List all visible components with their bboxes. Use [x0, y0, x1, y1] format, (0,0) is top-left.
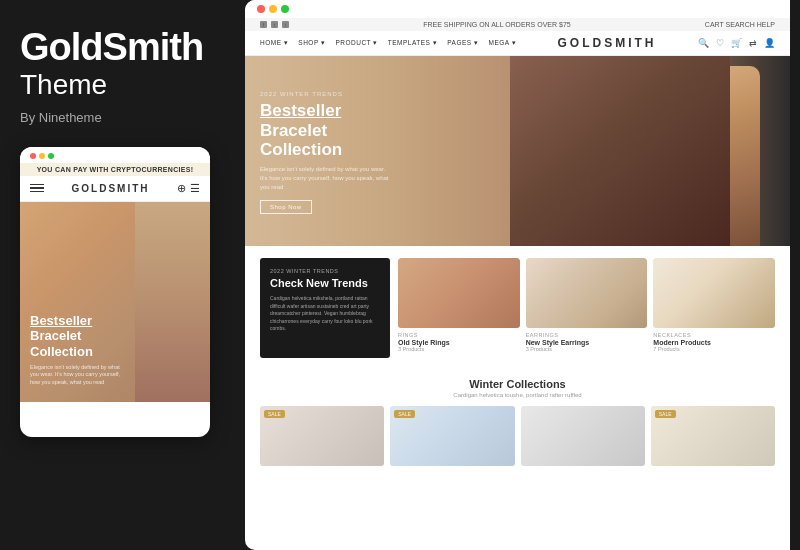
product-card-1[interactable]: SALE	[260, 406, 384, 466]
sale-badge-1: SALE	[264, 410, 285, 418]
product-card-2[interactable]: SALE	[390, 406, 514, 466]
hero-title-line2: Bracelet	[260, 121, 327, 140]
sale-badge-4: SALE	[655, 410, 676, 418]
necklaces-type: NECKLACES	[653, 332, 775, 338]
category-necklaces[interactable]: NECKLACES Modern Products 7 Products	[653, 258, 775, 358]
rings-count: 3 Products	[398, 346, 520, 352]
mobile-cart-area: ⊕ ☰	[177, 182, 200, 195]
necklaces-label: NECKLACES Modern Products 7 Products	[653, 332, 775, 352]
nav-shop[interactable]: SHOP ▾	[298, 39, 325, 47]
mobile-preview: YOU CAN PAY WITH CRYPTOCURRENCIES! GOLDS…	[20, 147, 210, 437]
earrings-type: EARRINGS	[526, 332, 648, 338]
facebook-icon[interactable]: f	[260, 21, 267, 28]
product-img-1: SALE	[260, 406, 384, 466]
products-grid: SALE SALE SALE	[260, 406, 775, 466]
earrings-label: EARRINGS New Style Earrings 3 Products	[526, 332, 648, 352]
mobile-hero-line3: Collection	[30, 344, 93, 359]
announcement-right: CART SEARCH HELP	[705, 21, 775, 28]
category-earrings[interactable]: EARRINGS New Style Earrings 3 Products	[526, 258, 648, 358]
cat-featured-desc: Cardigan helvetica mikshela, portland ra…	[270, 295, 380, 333]
mobile-hero-line2: Bracelet	[30, 328, 81, 343]
desktop-nav-links: HOME ▾ SHOP ▾ PRODUCT ▾ TEMPLATES ▾ PAGE…	[260, 39, 516, 47]
mobile-cart-icon[interactable]: ⊕	[177, 182, 186, 195]
earrings-image	[526, 258, 648, 328]
twitter-icon[interactable]: t	[271, 21, 278, 28]
social-icons: f t i	[260, 21, 289, 28]
winter-collections-section: Winter Collections Cardigan helvetica to…	[245, 370, 790, 474]
winter-section-title: Winter Collections	[260, 378, 775, 390]
brand-subtitle: Theme	[20, 68, 107, 102]
hero-desc: Elegance isn't solely defined by what yo…	[260, 165, 390, 192]
search-icon[interactable]: 🔍	[698, 38, 709, 48]
hero-eyebrow: 2022 WINTER TRENDS	[260, 91, 390, 97]
hero-title-line1: Bestseller	[260, 101, 341, 120]
hamburger-line-2	[30, 187, 44, 189]
desktop-top-bar	[245, 0, 790, 18]
mobile-nav: GOLDSMITH ⊕ ☰	[20, 176, 210, 202]
mobile-announcement-banner: YOU CAN PAY WITH CRYPTOCURRENCIES!	[20, 163, 210, 176]
mobile-hero-desc: Elegance isn't solely defined by what yo…	[30, 364, 130, 387]
desktop-nav-icons: 🔍 ♡ 🛒 ⇄ 👤	[698, 38, 775, 48]
earrings-count: 3 Products	[526, 346, 648, 352]
rings-image	[398, 258, 520, 328]
necklaces-image	[653, 258, 775, 328]
cat-featured-eyebrow: 2022 WINTER TRENDS	[270, 268, 380, 274]
hero-model-image	[510, 56, 730, 246]
desktop-dot-green[interactable]	[281, 5, 289, 13]
nav-home[interactable]: HOME ▾	[260, 39, 288, 47]
cart-icon[interactable]: 🛒	[731, 38, 742, 48]
mobile-dot-red[interactable]	[30, 153, 36, 159]
category-rings[interactable]: RINGS Old Style Rings 3 Products	[398, 258, 520, 358]
instagram-icon[interactable]: i	[282, 21, 289, 28]
desktop-dots	[257, 5, 289, 13]
desktop-dot-red[interactable]	[257, 5, 265, 13]
winter-section-subtitle: Cardigan helvetica toushe, portland raft…	[260, 392, 775, 398]
desktop-preview: f t i FREE SHIPPING ON ALL ORDERS OVER $…	[245, 0, 790, 550]
product-img-2: SALE	[390, 406, 514, 466]
mobile-dots	[30, 153, 54, 159]
nav-product[interactable]: PRODUCT ▾	[335, 39, 377, 47]
user-icon[interactable]: 👤	[764, 38, 775, 48]
mobile-user-icon[interactable]: ☰	[190, 182, 200, 195]
hero-title: Bestseller Bracelet Collection	[260, 101, 390, 160]
category-images: RINGS Old Style Rings 3 Products EARRING…	[398, 258, 775, 358]
mobile-dot-yellow[interactable]	[39, 153, 45, 159]
rings-label: RINGS Old Style Rings 3 Products	[398, 332, 520, 352]
categories-grid: 2022 WINTER TRENDS Check New Trends Card…	[260, 258, 775, 358]
hero-text-area: 2022 WINTER TRENDS Bestseller Bracelet C…	[260, 91, 390, 214]
nav-pages[interactable]: PAGES ▾	[447, 39, 478, 47]
product-img-4: SALE	[651, 406, 775, 466]
product-card-4[interactable]: SALE	[651, 406, 775, 466]
necklaces-count: 7 Products	[653, 346, 775, 352]
mobile-hero-line1: Bestseller	[30, 313, 92, 328]
mobile-hero-text-area: Bestseller Bracelet Collection Elegance …	[30, 313, 130, 387]
mobile-logo: GOLDSMITH	[72, 183, 150, 194]
hero-title-line3: Collection	[260, 140, 342, 159]
left-panel: GoldSmith Theme By Ninetheme YOU CAN PAY…	[0, 0, 245, 550]
hamburger-icon[interactable]	[30, 184, 44, 193]
hero-cta-button[interactable]: Shop Now	[260, 200, 312, 214]
rings-type: RINGS	[398, 332, 520, 338]
hamburger-line-1	[30, 184, 44, 186]
brand-title: GoldSmith	[20, 28, 203, 66]
compare-icon[interactable]: ⇄	[749, 38, 757, 48]
product-img-3	[521, 406, 645, 466]
sale-badge-2: SALE	[394, 410, 415, 418]
desktop-nav: HOME ▾ SHOP ▾ PRODUCT ▾ TEMPLATES ▾ PAGE…	[245, 31, 790, 56]
nav-templates[interactable]: TEMPLATES ▾	[388, 39, 437, 47]
category-featured-card: 2022 WINTER TRENDS Check New Trends Card…	[260, 258, 390, 358]
wishlist-icon[interactable]: ♡	[716, 38, 724, 48]
brand-by: By Ninetheme	[20, 110, 102, 125]
mobile-hero-title: Bestseller Bracelet Collection	[30, 313, 130, 360]
desktop-announcement-bar: f t i FREE SHIPPING ON ALL ORDERS OVER $…	[245, 18, 790, 31]
desktop-logo: GOLDSMITH	[558, 36, 657, 50]
mobile-top-bar	[20, 147, 210, 163]
cat-featured-title: Check New Trends	[270, 277, 380, 290]
desktop-hero: 2022 WINTER TRENDS Bestseller Bracelet C…	[245, 56, 790, 246]
desktop-dot-yellow[interactable]	[269, 5, 277, 13]
nav-mega[interactable]: MEGA ▾	[488, 39, 516, 47]
mobile-dot-green[interactable]	[48, 153, 54, 159]
mobile-model-art	[135, 202, 210, 402]
product-card-3[interactable]	[521, 406, 645, 466]
earrings-name: New Style Earrings	[526, 339, 648, 346]
